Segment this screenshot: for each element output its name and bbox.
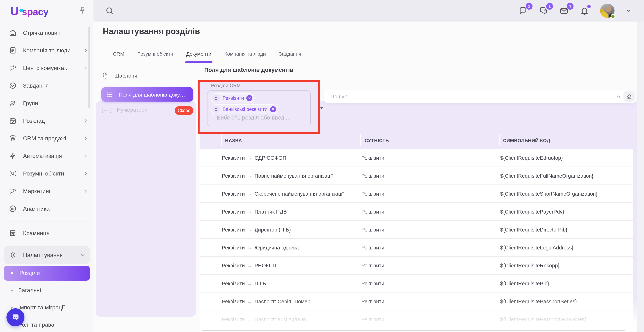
table-row[interactable]: Реквізити→Платник ПДВ Реквізити ${Client… xyxy=(200,203,633,221)
app-root: U spacy 1 xyxy=(0,0,644,332)
cell-entity: Реквізити xyxy=(361,173,500,178)
sidebar-item-company[interactable]: Компанія та люди xyxy=(0,42,94,59)
horizontal-scrollbar[interactable] xyxy=(202,330,624,331)
row-group: Реквізити xyxy=(222,155,245,161)
table-row[interactable]: Реквізити→Паспорт: Ким видано Реквізити … xyxy=(200,311,633,329)
eraser-icon xyxy=(626,93,632,99)
automation-icon xyxy=(9,152,17,160)
row-group: Реквізити xyxy=(222,209,245,214)
sidebar-item-groups[interactable]: Групи xyxy=(0,94,94,112)
sidebar-item-shop[interactable]: Крамниця xyxy=(0,224,94,242)
avatar[interactable] xyxy=(600,3,614,18)
sidebar-item-settings[interactable]: Налаштування xyxy=(4,246,90,264)
arrow-icon: → xyxy=(248,281,252,286)
crm-icon xyxy=(9,134,17,143)
row-name: РНОКПП xyxy=(254,263,276,268)
table-row[interactable]: Реквізити→Повне найменування організації… xyxy=(200,167,633,185)
search-input[interactable] xyxy=(324,93,614,99)
cell-entity: Реквізити xyxy=(361,316,500,322)
table-row[interactable]: Реквізити→Паспорт: Серія і номер Реквізи… xyxy=(200,293,633,311)
table-row[interactable]: Реквізити→Скорочене найменування організ… xyxy=(200,185,633,203)
cell-code: ${ClientRequisitePayerPdv} xyxy=(500,209,633,214)
tab-company[interactable]: Компанія та люди xyxy=(218,48,272,63)
pin-icon xyxy=(78,6,87,15)
cell-code: ${ClientRequisiteDirectorPib} xyxy=(500,227,633,232)
sidebar-subitem-label: Розділи xyxy=(20,270,40,276)
smart-objects-icon xyxy=(9,169,17,178)
sidebar-item-marketing[interactable]: Маркетинг xyxy=(0,182,94,200)
row-name: Паспорт: Серія і номер xyxy=(254,299,310,304)
groups-icon xyxy=(9,99,17,107)
cell-entity: Реквізити xyxy=(361,227,500,232)
table-row[interactable]: Реквізити→П.І.Б. Реквізити ${ClientRequi… xyxy=(200,275,633,293)
arrow-icon: → xyxy=(248,317,252,322)
column-resize-handle[interactable] xyxy=(360,134,361,146)
row-group: Реквізити xyxy=(222,316,245,322)
sidebar-item-tasks[interactable]: Завдання xyxy=(0,77,94,94)
column-header-entity[interactable]: СУТНІСТЬ xyxy=(361,138,500,143)
sidebar-item-crm[interactable]: CRM та продажі xyxy=(0,130,94,147)
list-icon xyxy=(106,91,113,98)
chip-remove-button[interactable]: ✕ xyxy=(246,95,252,101)
tab-tasks[interactable]: Завдання xyxy=(272,48,308,63)
brand-logo[interactable]: U spacy xyxy=(10,4,48,18)
clear-filter-button[interactable] xyxy=(624,91,635,102)
cell-entity: Реквізити xyxy=(361,263,500,268)
sidebar-item-label: Аналітика xyxy=(23,205,88,212)
row-name: Скорочене найменування організації xyxy=(254,191,344,196)
sidebar-subitem-label: Ролі та права xyxy=(18,322,54,328)
support-chat-button[interactable] xyxy=(6,308,24,326)
sidebar-item-label: Групи xyxy=(23,100,88,106)
profile-menu-button[interactable] xyxy=(625,8,631,14)
chat-button[interactable]: 1 xyxy=(518,6,528,16)
table-row[interactable]: Реквізити→ЄДРЮОФОП Реквізити ${ClientReq… xyxy=(200,149,633,167)
fields-table: Реквізити→ЄДРЮОФОП Реквізити ${ClientReq… xyxy=(200,149,633,332)
bullet-icon xyxy=(11,272,13,274)
pin-sidebar-button[interactable] xyxy=(78,6,88,16)
subnav-item-template-fields[interactable]: Поля для шаблонів докуме... xyxy=(102,87,193,102)
column-header-name[interactable]: НАЗВА xyxy=(200,138,361,143)
sidebar-item-schedule[interactable]: Розклад xyxy=(0,112,94,130)
tab-crm[interactable]: CRM xyxy=(106,48,131,63)
column-resize-handle[interactable] xyxy=(221,134,222,146)
sidebar-subitem-general[interactable]: Загальні xyxy=(0,283,94,298)
sidebar-item-analytics[interactable]: Аналітика xyxy=(0,200,94,217)
table-row[interactable]: Реквізити→Директор (ПІБ) Реквізити ${Cli… xyxy=(200,221,633,239)
arrow-icon: → xyxy=(248,299,252,304)
sidebar-subitem-sections[interactable]: Розділи xyxy=(4,266,90,281)
chip-remove-button[interactable]: ✕ xyxy=(270,106,276,112)
cell-code: ${ClientRequisitePassportWhoGiven} xyxy=(500,316,633,322)
tab-smart-objects[interactable]: Розумні об'єкти xyxy=(131,48,180,63)
cell-entity: Реквізити xyxy=(361,299,500,304)
tab-documents[interactable]: Документи xyxy=(180,48,218,63)
mail-button[interactable]: 3 xyxy=(559,6,569,16)
arrow-icon: → xyxy=(248,245,252,250)
sidebar-scrollbar[interactable] xyxy=(88,26,90,108)
sidebar-item-smart-objects[interactable]: Розумні об'єкти xyxy=(0,165,94,182)
subnav-item-templates[interactable]: Шаблони xyxy=(102,72,137,79)
column-resize-handle[interactable] xyxy=(499,134,500,146)
column-header-code[interactable]: СИМВОЛЬНИЙ КОД xyxy=(500,138,637,143)
arrow-icon: → xyxy=(248,209,252,214)
sidebar-item-label: Завдання xyxy=(23,82,88,89)
sidebar-item-comms-hub[interactable]: Центр комуніка... xyxy=(0,59,94,77)
group-chats-button[interactable]: 1 xyxy=(539,6,548,16)
results-count: 16 xyxy=(614,94,620,99)
chats-badge: 1 xyxy=(546,3,553,9)
global-search-button[interactable] xyxy=(105,6,114,15)
sidebar-subitem-label: Імпорт та міграції xyxy=(18,304,65,311)
sidebar-item-automation[interactable]: Автоматизація xyxy=(0,147,94,165)
chevron-right-icon xyxy=(83,188,88,194)
subnav-item-label: Поля для шаблонів докуме... xyxy=(119,91,187,97)
sidebar-item-newsfeed[interactable]: Стрічка новин xyxy=(0,24,94,42)
notifications-button[interactable] xyxy=(580,6,589,16)
row-group: Реквізити xyxy=(222,227,245,232)
crm-sections-multiselect[interactable]: Реквізити ✕ Банківські реквізити ✕ Вибер… xyxy=(207,90,311,126)
row-group: Реквізити xyxy=(222,245,245,250)
cell-name: Реквізити→П.І.Б. xyxy=(200,281,361,286)
dropdown-caret-icon[interactable] xyxy=(320,107,324,109)
table-row[interactable]: Реквізити→РНОКПП Реквізити ${ClientRequi… xyxy=(200,257,633,275)
chevron-down-icon xyxy=(80,252,86,258)
table-row[interactable]: Реквізити→Юридична адреса Реквізити ${Cl… xyxy=(200,239,633,257)
cell-name: Реквізити→Скорочене найменування організ… xyxy=(200,191,361,196)
